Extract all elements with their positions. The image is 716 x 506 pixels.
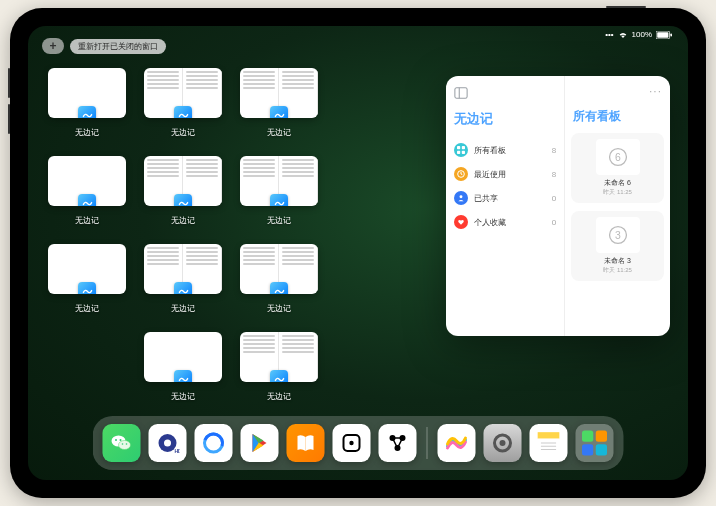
thumbnail-preview	[240, 68, 318, 118]
board-card[interactable]: 3未命名 3昨天 11:25	[571, 211, 664, 281]
panel-right-title: 所有看板	[573, 108, 664, 125]
panel-content: ··· 所有看板 6未命名 6昨天 11:253未命名 3昨天 11:25	[565, 76, 670, 336]
svg-rect-6	[462, 146, 465, 149]
dock-quark-icon[interactable]: HD	[149, 424, 187, 462]
window-thumbnail[interactable]: 无边记	[48, 156, 126, 226]
board-preview: 3	[596, 217, 640, 253]
freeform-app-icon	[78, 106, 96, 118]
svg-point-27	[349, 441, 353, 445]
board-subtitle: 昨天 11:25	[603, 188, 632, 197]
svg-rect-33	[538, 432, 560, 439]
status-bar: ••• 100%	[605, 30, 672, 39]
plus-icon: +	[49, 39, 56, 53]
freeform-app-icon	[270, 370, 288, 382]
dock-play-icon[interactable]	[241, 424, 279, 462]
more-button[interactable]: ···	[649, 84, 662, 98]
board-name: 未命名 3	[604, 256, 631, 266]
thumbnail-preview	[144, 332, 222, 382]
panel-title: 无边记	[454, 110, 556, 128]
svg-point-22	[164, 440, 171, 447]
dock-nodes-icon[interactable]	[379, 424, 417, 462]
thumbnail-label: 无边记	[171, 215, 195, 226]
thumbnail-label: 无边记	[75, 127, 99, 138]
thumbnail-preview	[240, 156, 318, 206]
thumbnail-preview	[48, 244, 126, 294]
dock-freeform-icon[interactable]	[438, 424, 476, 462]
volume-up	[8, 68, 10, 98]
battery-icon	[656, 31, 672, 39]
window-thumbnail[interactable]: 无边记	[144, 156, 222, 226]
window-thumbnail[interactable]: 无边记	[240, 244, 318, 314]
board-preview: 6	[596, 139, 640, 175]
sidebar-item-label: 所有看板	[474, 145, 506, 156]
freeform-app-icon	[270, 282, 288, 294]
window-thumbnail[interactable]: 无边记	[144, 332, 222, 402]
board-subtitle: 昨天 11:25	[603, 266, 632, 275]
svg-rect-5	[457, 146, 460, 149]
svg-rect-38	[582, 431, 593, 442]
window-thumbnail[interactable]: 无边记	[48, 68, 126, 138]
sidebar-item-icon	[454, 215, 468, 229]
sidebar-item[interactable]: 最近使用8	[454, 162, 556, 186]
sidebar-item-label: 已共享	[474, 193, 498, 204]
dock-qqbrowser-icon[interactable]	[195, 424, 233, 462]
freeform-panel[interactable]: 无边记 所有看板8最近使用8已共享0个人收藏0 ··· 所有看板 6未命名 6昨…	[446, 76, 670, 336]
add-window-button[interactable]: +	[42, 38, 64, 54]
sidebar-item[interactable]: 个人收藏0	[454, 210, 556, 234]
window-thumbnail[interactable]: 无边记	[240, 332, 318, 402]
sidebar-item-count: 8	[552, 146, 556, 155]
window-thumbnail[interactable]: 无边记	[240, 156, 318, 226]
freeform-app-icon	[78, 194, 96, 206]
svg-point-32	[500, 440, 506, 446]
sidebar-item-icon	[454, 167, 468, 181]
freeform-app-icon	[174, 282, 192, 294]
board-card[interactable]: 6未命名 6昨天 11:25	[571, 133, 664, 203]
sidebar-item-icon	[454, 143, 468, 157]
thumbnail-preview	[144, 244, 222, 294]
sidebar-item[interactable]: 所有看板8	[454, 138, 556, 162]
thumbnail-label: 无边记	[267, 215, 291, 226]
thumbnail-preview	[144, 156, 222, 206]
window-thumbnail[interactable]: 无边记	[144, 68, 222, 138]
dock: HD	[93, 416, 624, 470]
freeform-app-icon	[270, 106, 288, 118]
freeform-app-icon	[174, 106, 192, 118]
window-thumbnail[interactable]: 无边记	[48, 244, 126, 314]
svg-rect-40	[582, 444, 593, 455]
window-grid: 无边记无边记无边记无边记无边记无边记无边记无边记无边记无边记无边记	[48, 68, 414, 402]
top-controls: + 重新打开已关闭的窗口	[42, 38, 166, 54]
svg-rect-41	[596, 444, 607, 455]
thumbnail-label: 无边记	[171, 391, 195, 402]
dock-books-icon[interactable]	[287, 424, 325, 462]
thumbnail-label: 无边记	[75, 215, 99, 226]
sidebar-item-icon	[454, 191, 468, 205]
panel-sidebar: 无边记 所有看板8最近使用8已共享0个人收藏0	[446, 76, 565, 336]
thumbnail-label: 无边记	[267, 303, 291, 314]
dock-wechat-icon[interactable]	[103, 424, 141, 462]
sidebar-item-label: 个人收藏	[474, 217, 506, 228]
sidebar-item-count: 0	[552, 218, 556, 227]
wifi-icon	[618, 31, 628, 39]
svg-text:HD: HD	[175, 448, 180, 454]
window-thumbnail[interactable]: 无边记	[240, 68, 318, 138]
svg-rect-1	[657, 32, 668, 38]
svg-point-10	[460, 195, 463, 198]
reopen-closed-window-button[interactable]: 重新打开已关闭的窗口	[70, 39, 166, 54]
svg-rect-7	[457, 151, 460, 154]
thumbnail-preview	[48, 156, 126, 206]
freeform-app-icon	[270, 194, 288, 206]
sidebar-icon[interactable]	[454, 86, 468, 100]
dock-recent-icon[interactable]	[576, 424, 614, 462]
svg-point-18	[120, 439, 122, 441]
window-thumbnail[interactable]: 无边记	[144, 244, 222, 314]
signal-indicator: •••	[605, 30, 613, 39]
dock-dice-icon[interactable]	[333, 424, 371, 462]
svg-rect-2	[670, 33, 672, 36]
svg-text:3: 3	[615, 230, 621, 241]
dock-notes-icon[interactable]	[530, 424, 568, 462]
dock-settings-icon[interactable]	[484, 424, 522, 462]
thumbnail-preview	[240, 332, 318, 382]
thumbnail-label: 无边记	[171, 127, 195, 138]
sidebar-item[interactable]: 已共享0	[454, 186, 556, 210]
svg-rect-3	[455, 88, 467, 99]
